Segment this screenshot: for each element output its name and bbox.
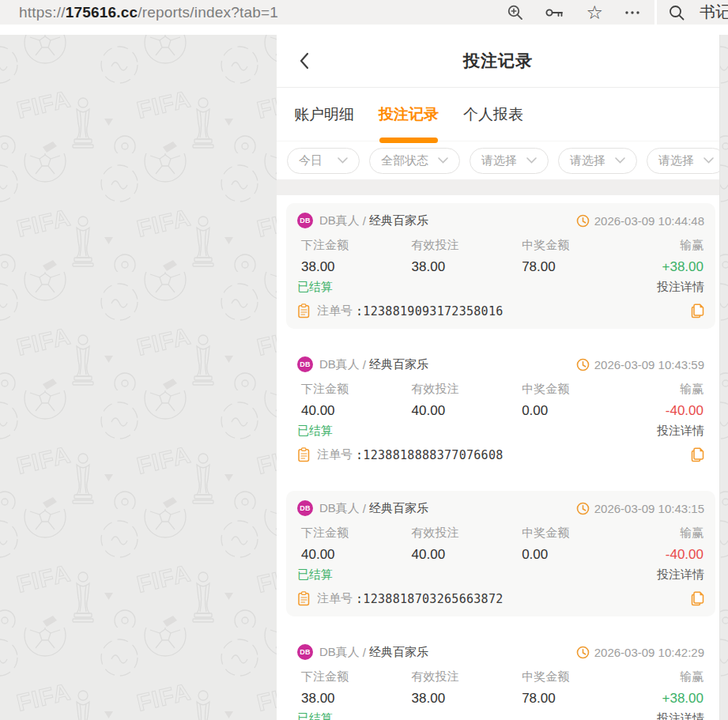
- filter-label: 请选择: [570, 153, 605, 168]
- win-amount-label: 中奖金额: [518, 526, 628, 541]
- order-no-value: :1238818888377076608: [356, 448, 504, 462]
- chevron-down-icon: [438, 157, 448, 164]
- bet-record-card: DB DB真人 / 经典百家乐 2026-03-09 10:42:29 下注金额…: [286, 635, 715, 720]
- clock-icon: [576, 214, 590, 228]
- bet-amount-label: 下注金额: [297, 238, 408, 253]
- bet-amount-value: 38.00: [297, 259, 408, 275]
- status-badge: 已结算: [297, 280, 333, 295]
- key-icon[interactable]: [545, 7, 564, 18]
- bet-amount-label: 下注金额: [297, 382, 408, 397]
- filter-select-dropdown-2[interactable]: 请选择: [558, 148, 637, 174]
- win-amount-value: 0.00: [518, 403, 628, 419]
- provider-game-separator: /: [363, 502, 366, 515]
- copy-icon: [691, 303, 704, 319]
- copy-icon: [691, 591, 704, 606]
- bet-record-card: DB DB真人 / 经典百家乐 2026-03-09 10:43:59 下注金额…: [286, 347, 715, 473]
- game-name: 经典百家乐: [369, 213, 428, 228]
- bookmark-star-icon[interactable]: ☆: [586, 3, 603, 22]
- panel-header: 投注记录: [277, 35, 719, 88]
- filter-label: 请选择: [658, 153, 694, 168]
- filter-bar: 今日 全部状态 请选择 请选择: [277, 141, 719, 179]
- column-values: 40.00 40.00 0.00 -40.00: [297, 547, 704, 563]
- bet-amount-value: 40.00: [297, 547, 408, 563]
- valid-bet-label: 有效投注: [408, 526, 519, 541]
- win-amount-label: 中奖金额: [518, 238, 628, 253]
- url-scheme: https://: [19, 4, 66, 21]
- tab-account-details[interactable]: 账户明细: [294, 88, 354, 141]
- valid-bet-label: 有效投注: [408, 669, 519, 684]
- more-options-icon[interactable]: [624, 10, 640, 15]
- order-no-label: 注单号: [317, 591, 353, 606]
- status-badge: 已结算: [297, 711, 333, 720]
- provider-game-separator: /: [363, 646, 366, 659]
- chevron-down-icon: [338, 157, 348, 164]
- valid-bet-value: 40.00: [408, 547, 519, 563]
- profit-value: -40.00: [628, 547, 704, 563]
- clock-icon: [576, 358, 590, 371]
- profit-value: +38.00: [628, 691, 704, 707]
- filter-select-dropdown-1[interactable]: 请选择: [470, 148, 549, 174]
- browser-side-toolbar: 书记: [657, 0, 728, 25]
- column-values: 38.00 38.00 78.00 +38.00: [297, 691, 704, 707]
- active-tab-underline: [379, 138, 438, 143]
- valid-bet-value: 40.00: [408, 403, 519, 419]
- copy-order-no-button[interactable]: [691, 447, 704, 462]
- provider-name: DB真人: [319, 213, 360, 228]
- clock-icon: [576, 502, 590, 515]
- bet-detail-link[interactable]: 投注详情: [657, 711, 704, 720]
- provider-name: DB真人: [319, 357, 360, 372]
- provider-badge-icon: DB: [297, 213, 313, 228]
- zoom-icon[interactable]: [507, 4, 524, 21]
- bet-amount-label: 下注金额: [297, 669, 408, 684]
- chevron-down-icon: [526, 157, 537, 164]
- filter-status-dropdown[interactable]: 全部状态: [369, 148, 460, 174]
- copy-order-no-button[interactable]: [691, 303, 704, 319]
- column-values: 38.00 38.00 78.00 +38.00: [297, 259, 704, 275]
- betting-records-panel: 投注记录 账户明细 投注记录 个人报表 今日 全部状态: [277, 35, 720, 720]
- bet-timestamp: 2026-03-09 10:42:29: [594, 646, 704, 659]
- screen: FIFA: [0, 0, 728, 720]
- filter-date-dropdown[interactable]: 今日: [287, 148, 360, 174]
- bet-detail-link[interactable]: 投注详情: [657, 567, 704, 582]
- record-list: DB DB真人 / 经典百家乐 2026-03-09 10:44:48 下注金额…: [277, 195, 719, 720]
- profit-value: -40.00: [628, 403, 704, 419]
- valid-bet-label: 有效投注: [408, 238, 519, 253]
- bet-timestamp: 2026-03-09 10:43:15: [594, 502, 704, 515]
- order-no-label: 注单号: [317, 447, 353, 462]
- filter-label: 今日: [299, 153, 323, 168]
- win-amount-value: 0.00: [518, 547, 628, 563]
- win-amount-label: 中奖金额: [518, 382, 628, 397]
- bet-detail-link[interactable]: 投注详情: [657, 280, 704, 295]
- order-no-value: :1238818703265663872: [356, 592, 504, 606]
- status-badge: 已结算: [297, 424, 333, 439]
- search-icon[interactable]: [668, 4, 685, 21]
- section-divider-band: [277, 179, 719, 195]
- filter-select-dropdown-3[interactable]: 请选择: [647, 148, 719, 174]
- url-field[interactable]: https://175616.cc/reports/index?tab=1: [19, 4, 278, 21]
- bet-amount-value: 40.00: [297, 403, 408, 419]
- copy-icon: [691, 447, 704, 462]
- column-labels: 下注金额 有效投注 中奖金额 输赢: [297, 669, 704, 684]
- tab-personal-report[interactable]: 个人报表: [463, 88, 523, 141]
- url-domain: 175616.cc: [66, 4, 138, 21]
- profit-value: +38.00: [628, 259, 704, 275]
- bet-detail-link[interactable]: 投注详情: [657, 424, 704, 439]
- filter-label: 请选择: [481, 153, 517, 168]
- chevron-down-icon: [615, 157, 625, 164]
- copy-order-no-button[interactable]: [691, 591, 704, 606]
- provider-name: DB真人: [319, 645, 360, 660]
- provider-game-separator: /: [363, 214, 366, 228]
- tab-bar: 账户明细 投注记录 个人报表: [277, 88, 719, 141]
- provider-badge-icon: DB: [297, 644, 313, 660]
- bet-record-card: DB DB真人 / 经典百家乐 2026-03-09 10:44:48 下注金额…: [286, 203, 715, 329]
- column-values: 40.00 40.00 0.00 -40.00: [297, 403, 704, 419]
- tab-betting-records[interactable]: 投注记录: [379, 88, 439, 141]
- bet-amount-value: 38.00: [297, 691, 408, 707]
- url-path: /reports/index?tab=1: [138, 4, 278, 21]
- tab-betting-records-label: 投注记录: [379, 104, 439, 125]
- back-button[interactable]: [296, 51, 313, 71]
- profit-label: 输赢: [628, 526, 704, 541]
- bet-amount-label: 下注金额: [297, 526, 408, 541]
- valid-bet-label: 有效投注: [408, 382, 519, 397]
- game-name: 经典百家乐: [369, 357, 428, 372]
